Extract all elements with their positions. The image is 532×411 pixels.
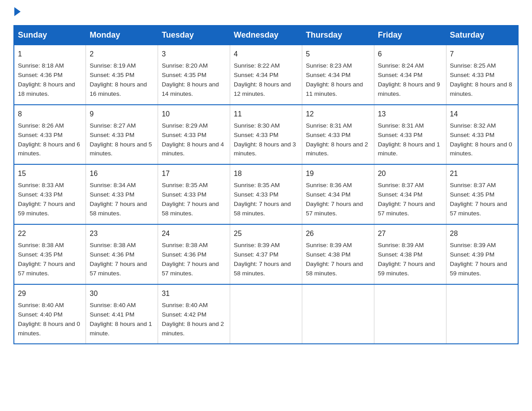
- day-info: Sunrise: 8:31 AMSunset: 4:33 PMDaylight:…: [306, 122, 368, 157]
- calendar-week-row: 29 Sunrise: 8:40 AMSunset: 4:40 PMDaylig…: [14, 284, 518, 344]
- calendar-week-row: 22 Sunrise: 8:38 AMSunset: 4:35 PMDaylig…: [14, 224, 518, 284]
- calendar-cell: 9 Sunrise: 8:27 AMSunset: 4:33 PMDayligh…: [86, 105, 158, 165]
- day-number: 10: [162, 109, 226, 120]
- day-info: Sunrise: 8:38 AMSunset: 4:35 PMDaylight:…: [18, 242, 75, 277]
- calendar-cell: 5 Sunrise: 8:23 AMSunset: 4:34 PMDayligh…: [302, 45, 374, 105]
- calendar-cell: 1 Sunrise: 8:18 AMSunset: 4:36 PMDayligh…: [14, 45, 86, 105]
- day-number: 24: [162, 228, 226, 239]
- day-info: Sunrise: 8:31 AMSunset: 4:33 PMDaylight:…: [378, 122, 440, 157]
- day-info: Sunrise: 8:39 AMSunset: 4:39 PMDaylight:…: [450, 242, 507, 277]
- calendar-cell: 3 Sunrise: 8:20 AMSunset: 4:35 PMDayligh…: [158, 45, 230, 105]
- calendar-cell: 28 Sunrise: 8:39 AMSunset: 4:39 PMDaylig…: [446, 224, 518, 284]
- calendar-cell: 16 Sunrise: 8:34 AMSunset: 4:33 PMDaylig…: [86, 164, 158, 224]
- day-number: 19: [306, 168, 370, 179]
- day-info: Sunrise: 8:18 AMSunset: 4:36 PMDaylight:…: [18, 62, 75, 97]
- day-number: 13: [378, 109, 442, 120]
- day-info: Sunrise: 8:25 AMSunset: 4:33 PMDaylight:…: [450, 62, 512, 97]
- calendar-cell: [230, 284, 302, 344]
- day-number: 12: [306, 109, 370, 120]
- day-info: Sunrise: 8:39 AMSunset: 4:38 PMDaylight:…: [306, 242, 363, 277]
- calendar-table: SundayMondayTuesdayWednesdayThursdayFrid…: [13, 25, 519, 344]
- day-info: Sunrise: 8:22 AMSunset: 4:34 PMDaylight:…: [234, 62, 291, 97]
- day-info: Sunrise: 8:27 AMSunset: 4:33 PMDaylight:…: [90, 122, 152, 157]
- logo: [13, 9, 21, 16]
- day-info: Sunrise: 8:19 AMSunset: 4:35 PMDaylight:…: [90, 62, 147, 97]
- calendar-body: 1 Sunrise: 8:18 AMSunset: 4:36 PMDayligh…: [14, 45, 518, 344]
- day-number: 9: [90, 109, 154, 120]
- weekday-header-row: SundayMondayTuesdayWednesdayThursdayFrid…: [14, 26, 518, 45]
- day-info: Sunrise: 8:24 AMSunset: 4:34 PMDaylight:…: [378, 62, 440, 97]
- calendar-cell: 25 Sunrise: 8:39 AMSunset: 4:37 PMDaylig…: [230, 224, 302, 284]
- day-number: 7: [450, 49, 514, 60]
- calendar-cell: 6 Sunrise: 8:24 AMSunset: 4:34 PMDayligh…: [374, 45, 446, 105]
- day-info: Sunrise: 8:34 AMSunset: 4:33 PMDaylight:…: [90, 182, 147, 217]
- calendar-cell: 18 Sunrise: 8:35 AMSunset: 4:33 PMDaylig…: [230, 164, 302, 224]
- calendar-cell: 2 Sunrise: 8:19 AMSunset: 4:35 PMDayligh…: [86, 45, 158, 105]
- day-number: 27: [378, 228, 442, 239]
- day-info: Sunrise: 8:32 AMSunset: 4:33 PMDaylight:…: [450, 122, 512, 157]
- calendar-cell: 14 Sunrise: 8:32 AMSunset: 4:33 PMDaylig…: [446, 105, 518, 165]
- calendar-cell: 15 Sunrise: 8:33 AMSunset: 4:33 PMDaylig…: [14, 164, 86, 224]
- day-number: 3: [162, 49, 226, 60]
- day-number: 31: [162, 288, 226, 299]
- calendar-cell: 13 Sunrise: 8:31 AMSunset: 4:33 PMDaylig…: [374, 105, 446, 165]
- day-info: Sunrise: 8:40 AMSunset: 4:42 PMDaylight:…: [162, 302, 224, 337]
- day-number: 23: [90, 228, 154, 239]
- logo-line1: [13, 9, 21, 16]
- calendar-cell: 11 Sunrise: 8:30 AMSunset: 4:33 PMDaylig…: [230, 105, 302, 165]
- day-info: Sunrise: 8:38 AMSunset: 4:36 PMDaylight:…: [162, 242, 219, 277]
- day-number: 16: [90, 168, 154, 179]
- day-info: Sunrise: 8:35 AMSunset: 4:33 PMDaylight:…: [234, 182, 291, 217]
- day-info: Sunrise: 8:35 AMSunset: 4:33 PMDaylight:…: [162, 182, 219, 217]
- calendar-cell: [374, 284, 446, 344]
- weekday-header-tuesday: Tuesday: [158, 26, 230, 45]
- day-info: Sunrise: 8:40 AMSunset: 4:41 PMDaylight:…: [90, 302, 152, 337]
- calendar-cell: 29 Sunrise: 8:40 AMSunset: 4:40 PMDaylig…: [14, 284, 86, 344]
- calendar-week-row: 15 Sunrise: 8:33 AMSunset: 4:33 PMDaylig…: [14, 164, 518, 224]
- day-number: 20: [378, 168, 442, 179]
- day-number: 15: [18, 168, 82, 179]
- day-info: Sunrise: 8:37 AMSunset: 4:35 PMDaylight:…: [450, 182, 507, 217]
- day-info: Sunrise: 8:26 AMSunset: 4:33 PMDaylight:…: [18, 122, 80, 157]
- day-number: 18: [234, 168, 298, 179]
- day-info: Sunrise: 8:20 AMSunset: 4:35 PMDaylight:…: [162, 62, 219, 97]
- calendar-week-row: 1 Sunrise: 8:18 AMSunset: 4:36 PMDayligh…: [14, 45, 518, 105]
- day-number: 2: [90, 49, 154, 60]
- day-number: 5: [306, 49, 370, 60]
- calendar-cell: 20 Sunrise: 8:37 AMSunset: 4:34 PMDaylig…: [374, 164, 446, 224]
- calendar-cell: 24 Sunrise: 8:38 AMSunset: 4:36 PMDaylig…: [158, 224, 230, 284]
- weekday-header-saturday: Saturday: [446, 26, 518, 45]
- calendar-week-row: 8 Sunrise: 8:26 AMSunset: 4:33 PMDayligh…: [14, 105, 518, 165]
- calendar-cell: 27 Sunrise: 8:39 AMSunset: 4:38 PMDaylig…: [374, 224, 446, 284]
- day-number: 1: [18, 49, 82, 60]
- calendar-cell: 31 Sunrise: 8:40 AMSunset: 4:42 PMDaylig…: [158, 284, 230, 344]
- day-number: 26: [306, 228, 370, 239]
- weekday-header-sunday: Sunday: [14, 26, 86, 45]
- calendar-cell: 10 Sunrise: 8:29 AMSunset: 4:33 PMDaylig…: [158, 105, 230, 165]
- calendar-cell: 23 Sunrise: 8:38 AMSunset: 4:36 PMDaylig…: [86, 224, 158, 284]
- day-number: 8: [18, 109, 82, 120]
- weekday-header-friday: Friday: [374, 26, 446, 45]
- day-info: Sunrise: 8:30 AMSunset: 4:33 PMDaylight:…: [234, 122, 296, 157]
- day-info: Sunrise: 8:39 AMSunset: 4:37 PMDaylight:…: [234, 242, 291, 277]
- day-info: Sunrise: 8:40 AMSunset: 4:40 PMDaylight:…: [18, 302, 80, 337]
- day-number: 6: [378, 49, 442, 60]
- day-number: 4: [234, 49, 298, 60]
- day-info: Sunrise: 8:37 AMSunset: 4:34 PMDaylight:…: [378, 182, 435, 217]
- day-info: Sunrise: 8:29 AMSunset: 4:33 PMDaylight:…: [162, 122, 224, 157]
- page-header: [13, 9, 519, 16]
- day-number: 28: [450, 228, 514, 239]
- calendar-cell: 22 Sunrise: 8:38 AMSunset: 4:35 PMDaylig…: [14, 224, 86, 284]
- day-info: Sunrise: 8:38 AMSunset: 4:36 PMDaylight:…: [90, 242, 147, 277]
- calendar-cell: 26 Sunrise: 8:39 AMSunset: 4:38 PMDaylig…: [302, 224, 374, 284]
- calendar-cell: 7 Sunrise: 8:25 AMSunset: 4:33 PMDayligh…: [446, 45, 518, 105]
- calendar-cell: 12 Sunrise: 8:31 AMSunset: 4:33 PMDaylig…: [302, 105, 374, 165]
- calendar-cell: 19 Sunrise: 8:36 AMSunset: 4:34 PMDaylig…: [302, 164, 374, 224]
- day-number: 22: [18, 228, 82, 239]
- calendar-cell: 8 Sunrise: 8:26 AMSunset: 4:33 PMDayligh…: [14, 105, 86, 165]
- day-info: Sunrise: 8:39 AMSunset: 4:38 PMDaylight:…: [378, 242, 435, 277]
- day-info: Sunrise: 8:33 AMSunset: 4:33 PMDaylight:…: [18, 182, 75, 217]
- day-info: Sunrise: 8:23 AMSunset: 4:34 PMDaylight:…: [306, 62, 363, 97]
- day-number: 14: [450, 109, 514, 120]
- day-number: 30: [90, 288, 154, 299]
